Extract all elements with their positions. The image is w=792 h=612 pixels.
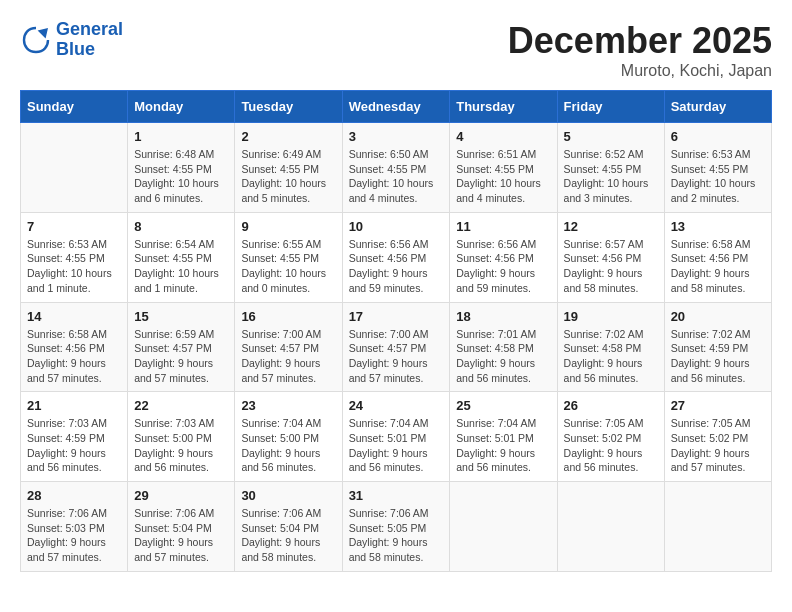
day-info: Sunrise: 7:04 AMSunset: 5:01 PMDaylight:… (349, 416, 444, 475)
day-number: 11 (456, 219, 550, 234)
day-number: 2 (241, 129, 335, 144)
day-number: 20 (671, 309, 765, 324)
calendar-day-cell: 5Sunrise: 6:52 AMSunset: 4:55 PMDaylight… (557, 123, 664, 213)
calendar-day-cell: 23Sunrise: 7:04 AMSunset: 5:00 PMDayligh… (235, 392, 342, 482)
day-info: Sunrise: 6:58 AMSunset: 4:56 PMDaylight:… (671, 237, 765, 296)
calendar-day-cell: 3Sunrise: 6:50 AMSunset: 4:55 PMDaylight… (342, 123, 450, 213)
day-info: Sunrise: 6:56 AMSunset: 4:56 PMDaylight:… (349, 237, 444, 296)
logo: General Blue (20, 20, 123, 60)
day-info: Sunrise: 7:05 AMSunset: 5:02 PMDaylight:… (671, 416, 765, 475)
calendar-day-cell: 7Sunrise: 6:53 AMSunset: 4:55 PMDaylight… (21, 212, 128, 302)
location: Muroto, Kochi, Japan (508, 62, 772, 80)
day-info: Sunrise: 6:52 AMSunset: 4:55 PMDaylight:… (564, 147, 658, 206)
day-info: Sunrise: 6:54 AMSunset: 4:55 PMDaylight:… (134, 237, 228, 296)
calendar-day-cell: 19Sunrise: 7:02 AMSunset: 4:58 PMDayligh… (557, 302, 664, 392)
calendar-day-cell: 29Sunrise: 7:06 AMSunset: 5:04 PMDayligh… (128, 482, 235, 572)
weekday-header: Thursday (450, 91, 557, 123)
logo-icon (20, 24, 52, 56)
calendar-day-cell: 21Sunrise: 7:03 AMSunset: 4:59 PMDayligh… (21, 392, 128, 482)
day-info: Sunrise: 6:53 AMSunset: 4:55 PMDaylight:… (671, 147, 765, 206)
calendar-day-cell: 22Sunrise: 7:03 AMSunset: 5:00 PMDayligh… (128, 392, 235, 482)
weekday-header: Wednesday (342, 91, 450, 123)
calendar-day-cell: 31Sunrise: 7:06 AMSunset: 5:05 PMDayligh… (342, 482, 450, 572)
weekday-header: Tuesday (235, 91, 342, 123)
day-number: 26 (564, 398, 658, 413)
calendar-day-cell: 24Sunrise: 7:04 AMSunset: 5:01 PMDayligh… (342, 392, 450, 482)
calendar-day-cell: 11Sunrise: 6:56 AMSunset: 4:56 PMDayligh… (450, 212, 557, 302)
calendar-day-cell: 20Sunrise: 7:02 AMSunset: 4:59 PMDayligh… (664, 302, 771, 392)
calendar-day-cell: 4Sunrise: 6:51 AMSunset: 4:55 PMDaylight… (450, 123, 557, 213)
day-info: Sunrise: 6:53 AMSunset: 4:55 PMDaylight:… (27, 237, 121, 296)
calendar-day-cell: 28Sunrise: 7:06 AMSunset: 5:03 PMDayligh… (21, 482, 128, 572)
day-number: 10 (349, 219, 444, 234)
day-number: 23 (241, 398, 335, 413)
day-number: 25 (456, 398, 550, 413)
weekday-header: Friday (557, 91, 664, 123)
day-number: 3 (349, 129, 444, 144)
calendar-day-cell: 9Sunrise: 6:55 AMSunset: 4:55 PMDaylight… (235, 212, 342, 302)
day-number: 17 (349, 309, 444, 324)
day-info: Sunrise: 7:06 AMSunset: 5:04 PMDaylight:… (134, 506, 228, 565)
title-section: December 2025 Muroto, Kochi, Japan (508, 20, 772, 80)
month-title: December 2025 (508, 20, 772, 62)
day-number: 30 (241, 488, 335, 503)
weekday-header: Sunday (21, 91, 128, 123)
calendar-day-cell: 8Sunrise: 6:54 AMSunset: 4:55 PMDaylight… (128, 212, 235, 302)
day-info: Sunrise: 7:04 AMSunset: 5:01 PMDaylight:… (456, 416, 550, 475)
day-number: 5 (564, 129, 658, 144)
day-info: Sunrise: 7:06 AMSunset: 5:03 PMDaylight:… (27, 506, 121, 565)
day-info: Sunrise: 6:58 AMSunset: 4:56 PMDaylight:… (27, 327, 121, 386)
calendar-day-cell (557, 482, 664, 572)
calendar-day-cell (450, 482, 557, 572)
day-info: Sunrise: 6:59 AMSunset: 4:57 PMDaylight:… (134, 327, 228, 386)
day-info: Sunrise: 6:56 AMSunset: 4:56 PMDaylight:… (456, 237, 550, 296)
calendar-day-cell: 14Sunrise: 6:58 AMSunset: 4:56 PMDayligh… (21, 302, 128, 392)
day-number: 22 (134, 398, 228, 413)
day-number: 16 (241, 309, 335, 324)
calendar-week-row: 21Sunrise: 7:03 AMSunset: 4:59 PMDayligh… (21, 392, 772, 482)
calendar-day-cell: 16Sunrise: 7:00 AMSunset: 4:57 PMDayligh… (235, 302, 342, 392)
day-info: Sunrise: 6:48 AMSunset: 4:55 PMDaylight:… (134, 147, 228, 206)
day-number: 7 (27, 219, 121, 234)
day-info: Sunrise: 7:02 AMSunset: 4:59 PMDaylight:… (671, 327, 765, 386)
day-number: 12 (564, 219, 658, 234)
calendar-day-cell: 10Sunrise: 6:56 AMSunset: 4:56 PMDayligh… (342, 212, 450, 302)
header-row: SundayMondayTuesdayWednesdayThursdayFrid… (21, 91, 772, 123)
day-number: 18 (456, 309, 550, 324)
calendar-day-cell: 13Sunrise: 6:58 AMSunset: 4:56 PMDayligh… (664, 212, 771, 302)
calendar-day-cell: 6Sunrise: 6:53 AMSunset: 4:55 PMDaylight… (664, 123, 771, 213)
calendar-day-cell: 2Sunrise: 6:49 AMSunset: 4:55 PMDaylight… (235, 123, 342, 213)
day-number: 15 (134, 309, 228, 324)
day-number: 14 (27, 309, 121, 324)
day-number: 19 (564, 309, 658, 324)
calendar-day-cell: 30Sunrise: 7:06 AMSunset: 5:04 PMDayligh… (235, 482, 342, 572)
day-number: 31 (349, 488, 444, 503)
day-info: Sunrise: 7:03 AMSunset: 5:00 PMDaylight:… (134, 416, 228, 475)
day-number: 21 (27, 398, 121, 413)
day-number: 27 (671, 398, 765, 413)
day-info: Sunrise: 6:49 AMSunset: 4:55 PMDaylight:… (241, 147, 335, 206)
calendar-day-cell: 15Sunrise: 6:59 AMSunset: 4:57 PMDayligh… (128, 302, 235, 392)
calendar-day-cell (664, 482, 771, 572)
day-info: Sunrise: 7:01 AMSunset: 4:58 PMDaylight:… (456, 327, 550, 386)
day-info: Sunrise: 7:03 AMSunset: 4:59 PMDaylight:… (27, 416, 121, 475)
calendar-day-cell: 26Sunrise: 7:05 AMSunset: 5:02 PMDayligh… (557, 392, 664, 482)
weekday-header: Monday (128, 91, 235, 123)
day-info: Sunrise: 7:00 AMSunset: 4:57 PMDaylight:… (241, 327, 335, 386)
day-number: 28 (27, 488, 121, 503)
calendar-week-row: 1Sunrise: 6:48 AMSunset: 4:55 PMDaylight… (21, 123, 772, 213)
day-number: 29 (134, 488, 228, 503)
calendar-day-cell: 17Sunrise: 7:00 AMSunset: 4:57 PMDayligh… (342, 302, 450, 392)
day-info: Sunrise: 7:02 AMSunset: 4:58 PMDaylight:… (564, 327, 658, 386)
day-info: Sunrise: 7:06 AMSunset: 5:04 PMDaylight:… (241, 506, 335, 565)
day-info: Sunrise: 7:06 AMSunset: 5:05 PMDaylight:… (349, 506, 444, 565)
calendar-week-row: 14Sunrise: 6:58 AMSunset: 4:56 PMDayligh… (21, 302, 772, 392)
calendar-day-cell: 27Sunrise: 7:05 AMSunset: 5:02 PMDayligh… (664, 392, 771, 482)
calendar-day-cell: 25Sunrise: 7:04 AMSunset: 5:01 PMDayligh… (450, 392, 557, 482)
day-info: Sunrise: 6:57 AMSunset: 4:56 PMDaylight:… (564, 237, 658, 296)
day-info: Sunrise: 6:55 AMSunset: 4:55 PMDaylight:… (241, 237, 335, 296)
day-info: Sunrise: 7:05 AMSunset: 5:02 PMDaylight:… (564, 416, 658, 475)
day-number: 24 (349, 398, 444, 413)
calendar-day-cell: 1Sunrise: 6:48 AMSunset: 4:55 PMDaylight… (128, 123, 235, 213)
day-number: 13 (671, 219, 765, 234)
